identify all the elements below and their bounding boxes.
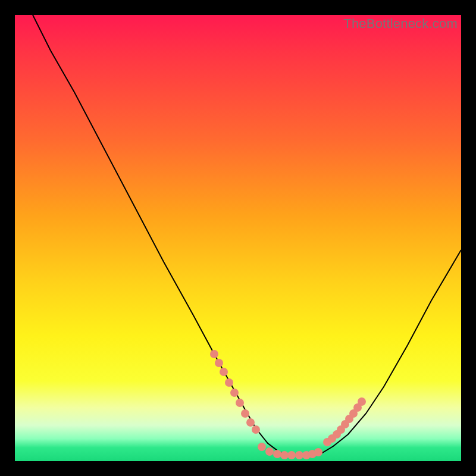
svg-point-14 bbox=[295, 451, 303, 459]
watermark-label: TheBottleneck.com bbox=[343, 16, 458, 32]
svg-point-9 bbox=[258, 443, 266, 451]
svg-point-12 bbox=[280, 451, 289, 459]
svg-point-6 bbox=[241, 409, 249, 418]
svg-point-2 bbox=[220, 368, 228, 376]
svg-point-13 bbox=[287, 451, 296, 459]
svg-point-4 bbox=[230, 389, 239, 397]
svg-point-5 bbox=[236, 399, 244, 407]
highlight-dots bbox=[15, 15, 461, 461]
svg-point-7 bbox=[246, 418, 255, 427]
chart-area: TheBottleneck.com bbox=[15, 15, 461, 461]
svg-point-8 bbox=[252, 425, 260, 434]
svg-point-26 bbox=[358, 397, 366, 406]
svg-point-11 bbox=[273, 450, 281, 458]
svg-point-1 bbox=[215, 359, 223, 367]
svg-point-17 bbox=[314, 448, 322, 456]
svg-point-0 bbox=[210, 350, 218, 358]
svg-point-3 bbox=[225, 378, 233, 387]
svg-point-10 bbox=[265, 447, 274, 456]
